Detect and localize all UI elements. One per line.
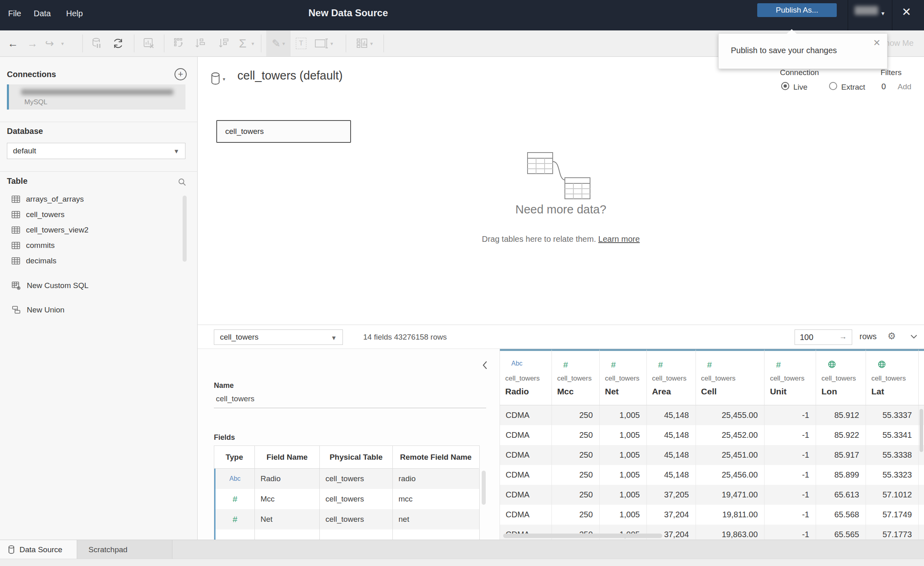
name-input[interactable]: cell_towers	[216, 394, 254, 403]
grid-cell: 57.1012	[866, 485, 919, 505]
table-search-icon[interactable]	[178, 178, 187, 187]
table-item-arrays_of_arrays[interactable]: arrays_of_arrays	[0, 192, 183, 207]
new-union-item[interactable]: New Union	[0, 302, 183, 318]
field-row-mcc[interactable]: #Mcccell_towersmcc	[214, 489, 479, 509]
table-item-cell_towers_view2[interactable]: cell_towers_view2	[0, 222, 183, 238]
learn-more-link[interactable]: Learn more	[598, 235, 640, 243]
datasource-cylinder-icon[interactable]	[210, 72, 221, 85]
connection-item[interactable]: MySQL	[7, 84, 185, 110]
custom-sql-icon	[11, 281, 21, 291]
filters-add-button[interactable]: Add	[898, 82, 911, 91]
grid-table-select[interactable]: cell_towers ▼	[214, 329, 343, 345]
show-cards-icon[interactable]: ▾	[351, 30, 377, 56]
sidebar-divider	[0, 171, 198, 172]
totals-caret-icon[interactable]: ▾	[249, 30, 256, 56]
tab-data-source[interactable]: Data Source	[0, 540, 77, 559]
geographic-type-icon	[827, 360, 836, 369]
grid-data-row: CDMA2501,00545,14825,452.00-185.92255.33…	[500, 425, 924, 445]
new-custom-sql-item[interactable]: New Custom SQL	[0, 278, 183, 293]
live-radio[interactable]	[781, 82, 789, 92]
close-window-icon[interactable]: ✕	[902, 6, 911, 18]
field-cell: Radio	[255, 469, 320, 489]
publish-as-button[interactable]: Publish As...	[757, 3, 837, 17]
fields-header-remote-field-name: Remote Field Name	[393, 446, 479, 469]
grid-collapse-chevron-icon[interactable]	[910, 334, 918, 340]
grid-column-header-mcc[interactable]: #cell_towersMcc	[552, 349, 600, 405]
pause-updates-icon[interactable]	[88, 30, 106, 56]
grid-column-header-net[interactable]: #cell_towersNet	[600, 349, 647, 405]
grid-settings-gear-icon[interactable]: ⚙	[887, 331, 896, 342]
grid-column-header-cell[interactable]: #cell_towersCell	[696, 349, 765, 405]
number-type-icon: #	[776, 360, 781, 369]
extract-radio[interactable]	[829, 82, 837, 92]
forward-icon[interactable]: →	[24, 30, 41, 56]
field-row-partial[interactable]	[214, 529, 479, 540]
tooltip-text: Publish to save your changes	[731, 46, 837, 55]
table-list-scrollbar[interactable]	[183, 196, 187, 262]
swap-rows-columns-icon[interactable]	[170, 30, 189, 56]
tooltip-close-icon[interactable]: ✕	[873, 38, 881, 48]
grid-cell: -1	[765, 425, 816, 445]
fit-icon[interactable]: ▾	[312, 30, 336, 56]
grid-column-name: Lat	[871, 387, 884, 396]
menu-help[interactable]: Help	[66, 9, 83, 18]
row-count-input[interactable]: 100 →	[795, 329, 852, 345]
user-avatar[interactable]	[855, 6, 878, 15]
grid-column-header-area[interactable]: #cell_towersArea	[647, 349, 696, 405]
grid-cell: 19,863.00	[696, 525, 765, 540]
name-label: Name	[214, 381, 234, 390]
table-grid-icon	[11, 226, 20, 234]
table-item-cell_towers[interactable]: cell_towers	[0, 207, 183, 222]
grid-column-header-lat[interactable]: cell_towersLat	[866, 349, 919, 405]
tab-scratchpad[interactable]: Scratchpad	[77, 540, 172, 559]
grid-cell: 37,204	[647, 505, 696, 525]
reset-caret-icon[interactable]: ▾	[58, 30, 67, 56]
table-node-cell-towers[interactable]: cell_towers	[216, 120, 351, 143]
metadata-collapse-icon[interactable]	[482, 360, 488, 370]
datasource-caret-icon[interactable]: ▾	[223, 76, 225, 82]
clear-sheet-icon[interactable]	[139, 30, 159, 56]
table-item-commits[interactable]: commits	[0, 238, 183, 253]
grid-column-table: cell_towers	[652, 374, 687, 383]
menu-data[interactable]: Data	[34, 9, 51, 18]
left-pane: Connections + MySQL Database default ▼ T…	[0, 57, 198, 540]
row-count-apply-icon[interactable]: →	[839, 332, 847, 341]
add-connection-icon[interactable]: +	[174, 68, 187, 80]
sort-descending-icon[interactable]	[214, 30, 234, 56]
relationship-canvas: ▾ cell_towers (default) Connection Live …	[198, 57, 924, 325]
user-menu-caret-icon[interactable]: ▾	[881, 10, 885, 17]
grid-column-header-unit[interactable]: #cell_towersUnit	[765, 349, 816, 405]
field-row-radio[interactable]: AbcRadiocell_towersradio	[214, 469, 479, 489]
grid-cell: -1	[765, 525, 816, 540]
sort-ascending-icon[interactable]	[191, 30, 210, 56]
reset-icon[interactable]: ↪	[41, 30, 58, 56]
grid-cell: 25,452.00	[696, 425, 765, 445]
grid-column-table: cell_towers	[770, 374, 804, 383]
number-type-icon: #	[563, 360, 568, 369]
metadata-panel: Name cell_towers Fields TypeField NamePh…	[198, 349, 500, 540]
grid-cell: -1	[765, 465, 816, 485]
grid-table-select-value: cell_towers	[220, 333, 258, 342]
sheet-tabs-bar: Data Source Scratchpad	[0, 540, 924, 559]
grid-cell: 1,005	[600, 485, 647, 505]
fields-table-scrollbar[interactable]	[482, 471, 486, 505]
table-item-decimals[interactable]: decimals	[0, 253, 183, 269]
grid-vertical-scrollbar[interactable]	[920, 409, 923, 452]
field-row-net[interactable]: #Netcell_towersnet	[214, 509, 479, 529]
highlight-icon[interactable]: ✎▾	[266, 30, 291, 56]
grid-column-table: cell_towers	[701, 374, 736, 383]
string-type-icon: Abc	[511, 360, 523, 367]
grid-column-header-radio[interactable]: Abccell_towersRadio	[500, 349, 552, 405]
refresh-icon[interactable]	[109, 30, 127, 56]
menu-file[interactable]: File	[8, 9, 21, 18]
database-select-value: default	[13, 146, 36, 155]
totals-icon[interactable]: Σ	[235, 30, 251, 56]
database-select[interactable]: default ▼	[7, 143, 185, 159]
grid-column-header-lon[interactable]: cell_towersLon	[816, 349, 866, 405]
back-icon[interactable]: ←	[4, 30, 22, 56]
grid-column-name: Cell	[701, 387, 717, 396]
text-label-icon[interactable]: T	[293, 30, 309, 56]
grid-horizontal-scrollbar[interactable]	[503, 534, 662, 538]
tooltip-arrow	[787, 29, 797, 34]
drag-tables-text: Drag tables here to relate them.	[482, 235, 596, 243]
